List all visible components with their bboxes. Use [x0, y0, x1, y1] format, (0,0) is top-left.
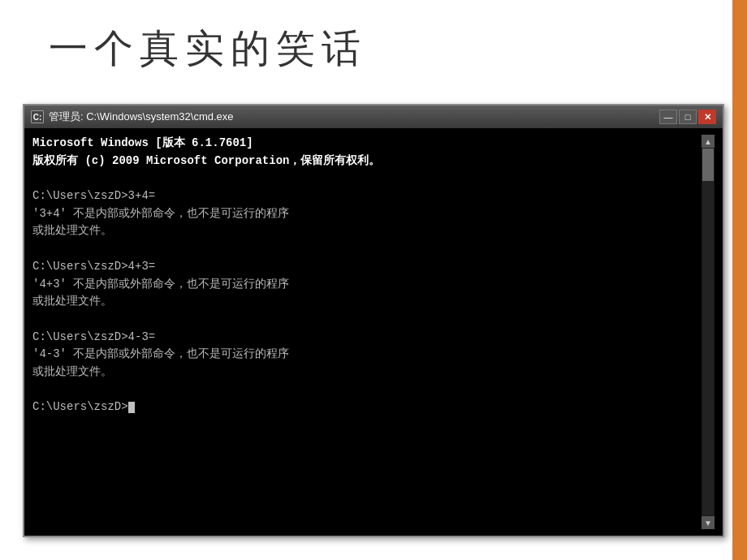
cursor-blink [128, 402, 135, 413]
cmd-line: '3+4' 不是内部或外部命令，也不是可运行的程序 [32, 205, 702, 223]
cmd-titlebar: C: 管理员: C:\Windows\system32\cmd.exe — □ … [24, 106, 723, 128]
scrollbar-track[interactable] [702, 149, 714, 515]
cmd-line: 版权所有 (c) 2009 Microsoft Corporation，保留所有… [32, 153, 702, 170]
cmd-line [32, 381, 702, 399]
cmd-scrollbar[interactable]: ▲ ▼ [702, 135, 715, 529]
title-area: 一个真实的笑话 [49, 23, 723, 75]
restore-button[interactable]: □ [679, 110, 697, 124]
cmd-icon-label: C: [33, 113, 42, 122]
scroll-down-arrow[interactable]: ▼ [702, 516, 715, 529]
cmd-line: '4-3' 不是内部或外部命令，也不是可运行的程序 [32, 346, 702, 364]
titlebar-buttons: — □ ✕ [659, 110, 716, 124]
cmd-line [32, 311, 702, 329]
close-button[interactable]: ✕ [698, 110, 716, 124]
cmd-line [32, 170, 702, 187]
cmd-line: Microsoft Windows [版本 6.1.7601] [32, 135, 702, 153]
cmd-line: C:\Users\zszD>3+4= [32, 187, 702, 205]
cmd-line: 或批处理文件。 [32, 364, 702, 381]
slide: 一个真实的笑话 C: 管理员: C:\Windows\system32\cmd.… [0, 0, 747, 560]
cmd-line: 或批处理文件。 [32, 293, 702, 311]
scroll-up-arrow[interactable]: ▲ [702, 135, 715, 148]
minimize-button[interactable]: — [659, 110, 677, 124]
cmd-window: C: 管理员: C:\Windows\system32\cmd.exe — □ … [23, 104, 724, 537]
cmd-line: C:\Users\zszD>4+3= [32, 258, 702, 276]
cmd-title-text: 管理员: C:\Windows\system32\cmd.exe [49, 110, 659, 124]
cmd-content-area[interactable]: Microsoft Windows [版本 6.1.7601] 版权所有 (c)… [32, 135, 702, 529]
cmd-line: C:\Users\zszD>4-3= [32, 329, 702, 347]
accent-bar [732, 0, 747, 560]
cmd-line: '4+3' 不是内部或外部命令，也不是可运行的程序 [32, 276, 702, 294]
cmd-line [32, 240, 702, 258]
slide-title: 一个真实的笑话 [49, 27, 367, 70]
cmd-line: C:\Users\zszD> [32, 398, 702, 416]
cmd-line: 或批处理文件。 [32, 222, 702, 240]
cmd-icon: C: [31, 110, 44, 123]
cmd-body: Microsoft Windows [版本 6.1.7601] 版权所有 (c)… [24, 128, 723, 536]
scrollbar-thumb[interactable] [702, 149, 714, 181]
